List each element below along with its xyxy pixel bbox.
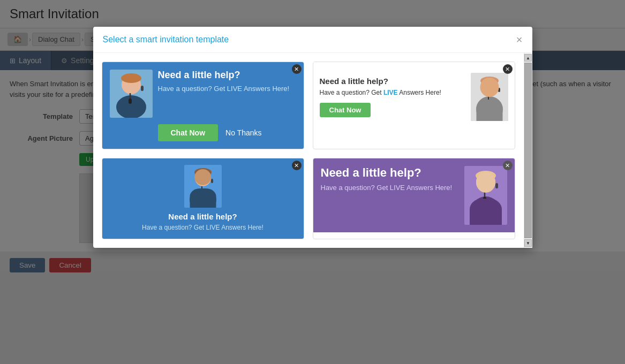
template-card-3[interactable]: ✕ xyxy=(102,158,304,239)
template-card-2[interactable]: ✕ Need a little help? Have a question? G… xyxy=(313,62,515,149)
template-1-agent xyxy=(110,70,153,118)
modal-title-suffix: template xyxy=(193,35,229,44)
modal-title-accent: invitation xyxy=(160,35,193,44)
svg-rect-12 xyxy=(129,98,132,104)
svg-point-30 xyxy=(471,196,501,225)
svg-point-16 xyxy=(476,96,503,121)
modal: Select a smart invitation template × ✕ xyxy=(93,27,532,248)
modal-scrollbar[interactable]: ▲ ▼ xyxy=(524,53,532,248)
template-3-close[interactable]: ✕ xyxy=(292,161,302,170)
template-1-no-thanks[interactable]: No Thanks xyxy=(225,128,261,137)
svg-rect-31 xyxy=(495,183,498,188)
template-4-close[interactable]: ✕ xyxy=(503,161,513,170)
template-1-heading: Need a little help? xyxy=(158,70,296,81)
template-card-1[interactable]: ✕ xyxy=(102,62,304,149)
template-2-close[interactable]: ✕ xyxy=(503,64,513,74)
modal-title: Select a smart invitation template xyxy=(103,35,229,44)
template-2-body: Need a little help? Have a question? Get… xyxy=(313,62,515,132)
svg-point-15 xyxy=(480,77,499,85)
template-card-4[interactable]: ✕ Need a little help? Have a question? G… xyxy=(313,158,515,239)
template-3-subtext: Have a question? Get LIVE Answers Here! xyxy=(142,224,263,232)
svg-rect-24 xyxy=(211,179,213,183)
scrollbar-down[interactable]: ▼ xyxy=(524,239,532,247)
svg-rect-19 xyxy=(487,100,490,104)
t2-text-2: Answers Here! xyxy=(398,89,441,96)
template-4-body: Need a little help? Have a question? Get… xyxy=(313,158,515,232)
template-1-chat-button[interactable]: Chat Now xyxy=(158,124,219,141)
svg-point-9 xyxy=(116,95,146,118)
template-4-agent xyxy=(464,166,507,225)
modal-close-button[interactable]: × xyxy=(516,34,523,45)
template-3-body: Need a little help? Have a question? Get… xyxy=(102,158,304,239)
template-3-heading: Need a little help? xyxy=(168,212,237,221)
modal-header: Select a smart invitation template × xyxy=(93,27,532,53)
svg-point-21 xyxy=(195,170,211,186)
svg-rect-17 xyxy=(498,88,500,92)
modal-title-prefix: Select a smart xyxy=(103,35,160,44)
svg-point-29 xyxy=(476,171,496,180)
template-2-subtext: Have a question? Get LIVE Answers Here! xyxy=(320,88,465,97)
t2-text-1: Have a question? Get xyxy=(320,89,383,96)
t2-accent: LIVE xyxy=(383,89,398,96)
template-1-close[interactable]: ✕ xyxy=(292,64,302,74)
template-4-heading: Need a little help? xyxy=(321,166,459,180)
scrollbar-up[interactable]: ▲ xyxy=(524,54,532,62)
modal-content: ✕ xyxy=(93,53,524,248)
svg-point-22 xyxy=(194,168,212,177)
modal-overlay[interactable]: Select a smart invitation template × ✕ xyxy=(0,0,625,364)
template-2-heading: Need a little help? xyxy=(320,77,465,86)
template-2-chat-button[interactable]: Chat Now xyxy=(320,103,371,117)
template-1-subtext: Have a question? Get LIVE Answers Here! xyxy=(158,84,296,94)
svg-point-14 xyxy=(481,78,498,95)
template-2-agent xyxy=(471,73,508,121)
template-4-subtext: Have a question? Get LIVE Answers Here! xyxy=(321,183,459,193)
svg-rect-27 xyxy=(464,166,507,225)
svg-point-23 xyxy=(190,189,216,208)
scrollbar-thumb[interactable] xyxy=(524,63,532,238)
svg-rect-26 xyxy=(200,191,203,195)
svg-rect-33 xyxy=(483,197,486,202)
modal-body: ✕ xyxy=(93,53,532,248)
svg-point-8 xyxy=(121,73,141,83)
svg-point-28 xyxy=(476,172,495,192)
svg-rect-10 xyxy=(141,86,144,91)
template-3-agent xyxy=(184,165,222,208)
template-1-body: Need a little help? Have a question? Get… xyxy=(102,62,304,149)
